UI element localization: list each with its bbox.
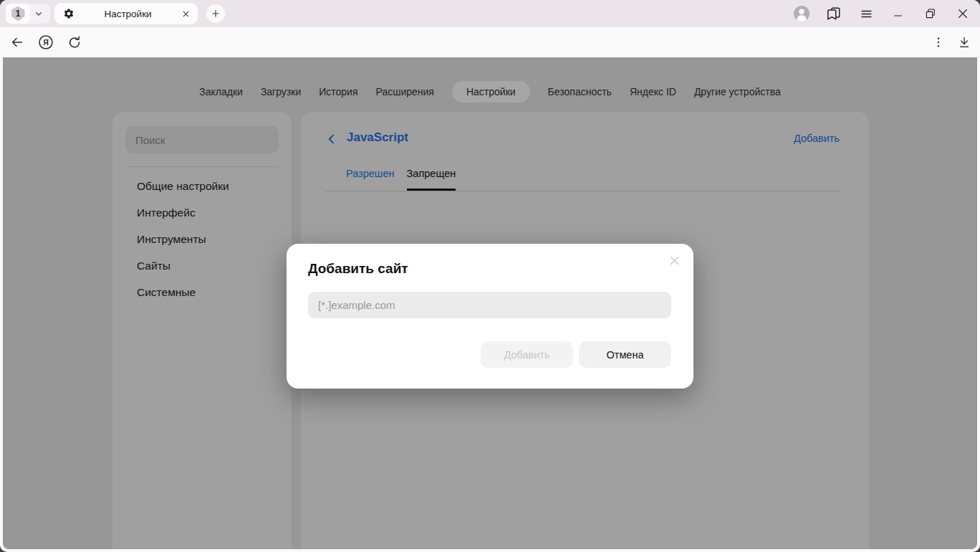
window-controls <box>793 5 971 22</box>
reload-icon[interactable] <box>66 34 83 51</box>
kebab-menu-icon[interactable] <box>930 34 947 51</box>
browser-tab-settings[interactable]: Настройки <box>54 3 198 24</box>
tab-title: Настройки <box>75 9 181 19</box>
add-button[interactable]: Добавить <box>481 341 573 368</box>
maximize-icon[interactable] <box>922 5 939 22</box>
profile-avatar[interactable] <box>793 5 810 22</box>
minimize-icon[interactable] <box>890 5 907 22</box>
toolbar: Я settings Настройки <box>0 27 980 57</box>
downloads-icon[interactable] <box>956 34 973 51</box>
chevron-down-icon[interactable] <box>30 5 47 22</box>
plus-icon <box>211 9 221 19</box>
side-panels-icon[interactable] <box>825 5 842 22</box>
site-url-input[interactable] <box>308 292 671 318</box>
dialog-buttons: Добавить Отмена <box>481 341 671 368</box>
gear-icon <box>63 8 75 19</box>
dialog-close-icon[interactable] <box>667 253 681 267</box>
back-icon[interactable] <box>9 34 26 51</box>
avatar <box>794 6 810 22</box>
tab-group-button[interactable]: 1 <box>6 4 50 24</box>
cancel-button[interactable]: Отмена <box>579 341 671 368</box>
add-site-dialog: Добавить сайт Добавить Отмена <box>287 244 693 389</box>
tab-close-icon[interactable] <box>181 9 191 19</box>
menu-icon[interactable] <box>858 5 875 22</box>
tab-strip: 1 Настройки <box>0 0 980 27</box>
browser-window: 1 Настройки <box>0 0 980 552</box>
svg-text:Я: Я <box>43 38 49 47</box>
tab-count: 1 <box>16 9 21 19</box>
shield-icon: 1 <box>11 6 25 22</box>
dialog-title: Добавить сайт <box>308 261 408 277</box>
yandex-home-icon[interactable]: Я <box>37 34 54 51</box>
new-tab-button[interactable] <box>206 4 225 23</box>
tab-count-pill[interactable]: 1 <box>6 4 30 24</box>
window-close-icon[interactable] <box>954 5 971 22</box>
